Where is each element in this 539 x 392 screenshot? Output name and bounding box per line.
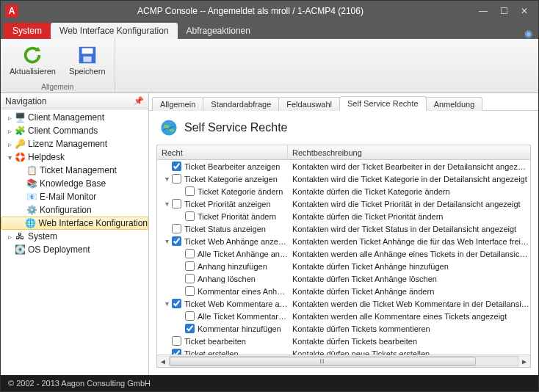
expand-toggle[interactable]: ▾ [162, 300, 172, 308]
table-row[interactable]: Ticket Priorität ändernKontakte dürfen d… [157, 210, 530, 222]
scroll-track[interactable] [169, 356, 518, 366]
tree-lizenz-management[interactable]: ▹🔑Lizenz Management [1, 137, 148, 150]
tab-standardabfrage[interactable]: Standardabfrage [203, 97, 279, 111]
refresh-icon [21, 43, 44, 67]
table-row[interactable]: Ticket bearbeitenKontakte dürfen Tickets… [157, 335, 530, 347]
save-label: Speichern [69, 67, 106, 76]
close-button[interactable]: ✕ [519, 6, 529, 16]
tree-client-commands[interactable]: ▹🧩Client Commands [1, 124, 148, 137]
right-checkbox[interactable] [172, 199, 181, 208]
right-description: Kontakte dürfen Ticket Anhänge löschen [288, 275, 530, 283]
svg-rect-1 [82, 48, 93, 54]
table-row[interactable]: ▾Ticket Web Kommentare anz...Kontakten w… [157, 297, 530, 310]
right-checkbox[interactable] [185, 211, 195, 221]
table-row[interactable]: Ticket erstellenKontakte dürfen neue Tic… [157, 347, 530, 355]
maximize-button[interactable]: ☐ [499, 6, 509, 16]
right-checkbox[interactable] [172, 174, 181, 184]
navigation-header: Navigation 📌 [1, 93, 148, 109]
col-rechtbeschreibung[interactable]: Rechtbeschreibung [288, 145, 530, 159]
refresh-button[interactable]: Aktualisieren [7, 42, 59, 77]
right-label: Alle Ticket Kommentare a... [198, 312, 288, 321]
table-row[interactable]: Kommentar hinzufügenKontakte dürfen Tick… [157, 322, 530, 335]
expand-toggle[interactable]: ▾ [162, 200, 172, 208]
svg-point-4 [164, 125, 170, 128]
right-description: Kontakte dürfen die Ticket Kategorie änd… [288, 187, 530, 196]
horizontal-scrollbar[interactable]: ◄ ► [157, 355, 530, 367]
tree-helpdesk[interactable]: ▾🛟Helpdesk [1, 150, 148, 164]
table-row[interactable]: Anhang löschenKontakte dürfen Ticket Anh… [157, 272, 530, 285]
tree-konfiguration[interactable]: ⚙️Konfiguration [1, 203, 148, 217]
save-button[interactable]: Speichern [66, 42, 109, 77]
expand-toggle[interactable]: ▾ [162, 237, 172, 245]
right-checkbox[interactable] [185, 249, 195, 258]
svg-rect-2 [83, 57, 91, 62]
scroll-right-arrow[interactable]: ► [518, 355, 530, 367]
right-label: Ticket Web Kommentare anz... [184, 300, 288, 308]
scroll-left-arrow[interactable]: ◄ [157, 355, 169, 367]
tab-web-interface-konfiguration[interactable]: Web Interface Konfiguration [51, 23, 178, 39]
app-icon: A [5, 4, 18, 18]
main-panel: Allgemein Standardabfrage Feldauswahl Se… [149, 93, 538, 375]
ribbon-group-allgemein: Aktualisieren Speichern Allgemein [1, 39, 115, 92]
right-checkbox[interactable] [172, 349, 181, 355]
tree-client-management[interactable]: ▹🖥️Client Management [1, 111, 148, 124]
tab-anmeldung[interactable]: Anmeldung [426, 97, 483, 111]
status-bar: © 2002 - 2013 Aagon Consulting GmbH [1, 375, 538, 391]
tab-system[interactable]: System [4, 23, 51, 39]
tree-knowledge-base[interactable]: 📚Knowledge Base [1, 177, 148, 190]
table-row[interactable]: Alle Ticket Kommentare a...Kontakten wer… [157, 310, 530, 322]
expand-toggle[interactable]: ▾ [162, 175, 172, 183]
book-icon: 📚 [26, 178, 37, 189]
tree-email-monitor[interactable]: 📧E-Mail Monitor [1, 190, 148, 203]
right-checkbox[interactable] [172, 161, 181, 171]
tree-system[interactable]: ▹🖧System [1, 230, 148, 243]
ribbon-tabstrip: System Web Interface Konfiguration Abfra… [1, 21, 538, 39]
navigation-title: Navigation [5, 96, 47, 106]
right-description: Kontakte dürfen neue Tickets erstellen [288, 349, 530, 355]
inner-tabstrip: Allgemein Standardabfrage Feldauswahl Se… [149, 93, 538, 111]
tab-feldauswahl[interactable]: Feldauswahl [278, 97, 340, 111]
col-recht[interactable]: Recht [157, 145, 288, 159]
tree-web-interface-konfiguration[interactable]: 🌐Web Interface Konfiguration [1, 217, 148, 230]
refresh-label: Aktualisieren [10, 67, 56, 76]
tree-os-deployment[interactable]: 💽OS Deployment [1, 243, 148, 256]
scroll-thumb[interactable] [170, 357, 476, 366]
right-checkbox[interactable] [185, 186, 195, 196]
table-row[interactable]: ▾Ticket Web Anhänge anzeigenKontakten we… [157, 235, 530, 247]
key-icon: 🔑 [14, 138, 26, 150]
body: Navigation 📌 ▹🖥️Client Management ▹🧩Clie… [1, 93, 538, 375]
tree-ticket-management[interactable]: 📋Ticket Management [1, 164, 148, 177]
table-row[interactable]: Kommentar eines Anhan...Kontakte dürfen … [157, 285, 530, 297]
table-row[interactable]: ▾Ticket Priorität anzeigenKontakten wird… [157, 197, 530, 210]
minimize-button[interactable]: — [478, 6, 488, 16]
mail-icon: 📧 [26, 191, 37, 203]
lifebuoy-icon: 🛟 [14, 151, 26, 163]
right-checkbox[interactable] [185, 274, 195, 283]
right-checkbox[interactable] [172, 299, 181, 308]
tab-abfrageaktionen[interactable]: Abfrageaktionen [178, 23, 259, 39]
right-description: Kontakten werden die Ticket Web Kommenta… [288, 300, 530, 308]
table-row[interactable]: Alle Ticket Anhänge anze...Kontakten wer… [157, 247, 530, 260]
right-checkbox[interactable] [172, 336, 181, 346]
table-row[interactable]: Anhang hinzufügenKontakte dürfen Ticket … [157, 260, 530, 272]
right-checkbox[interactable] [172, 224, 181, 233]
table-row[interactable]: Ticket Status anzeigenKontakten wird der… [157, 222, 530, 235]
right-checkbox[interactable] [185, 324, 195, 333]
copyright: © 2002 - 2013 Aagon Consulting GmbH [8, 379, 151, 388]
right-checkbox[interactable] [185, 261, 195, 271]
right-label: Anhang hinzufügen [198, 262, 267, 271]
help-icon[interactable]: ◉ [524, 28, 532, 39]
right-checkbox[interactable] [185, 286, 195, 296]
right-checkbox[interactable] [172, 236, 181, 246]
tab-allgemein[interactable]: Allgemein [152, 97, 203, 111]
table-row[interactable]: Ticket Kategorie ändernKontakte dürfen d… [157, 185, 530, 197]
titlebar: A ACMP Console -- Angemeldet als mroll /… [1, 1, 538, 21]
table-row[interactable]: Ticket Bearbeiter anzeigenKontakten wird… [157, 160, 530, 173]
right-description: Kontakten werden alle Anhänge eines Tick… [288, 250, 530, 258]
right-label: Ticket Status anzeigen [184, 225, 266, 233]
pin-icon[interactable]: 📌 [134, 96, 144, 106]
gear-icon: ⚙️ [26, 204, 37, 216]
table-row[interactable]: ▾Ticket Kategorie anzeigenKontakten wird… [157, 173, 530, 185]
right-checkbox[interactable] [185, 311, 195, 321]
tab-self-service-rechte[interactable]: Self Service Rechte [339, 96, 427, 111]
